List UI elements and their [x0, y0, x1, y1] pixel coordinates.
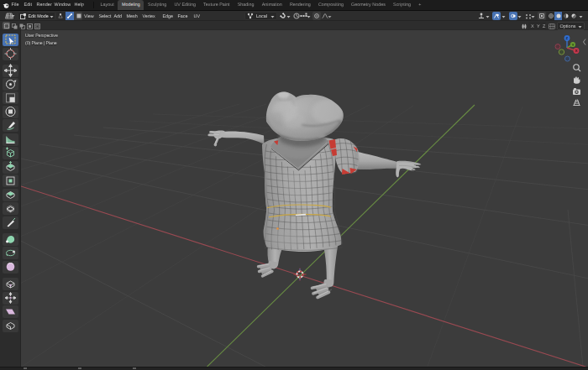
svg-text:Z: Z: [565, 36, 568, 40]
svg-text:Y: Y: [571, 43, 574, 47]
svg-text:X: X: [575, 49, 577, 53]
